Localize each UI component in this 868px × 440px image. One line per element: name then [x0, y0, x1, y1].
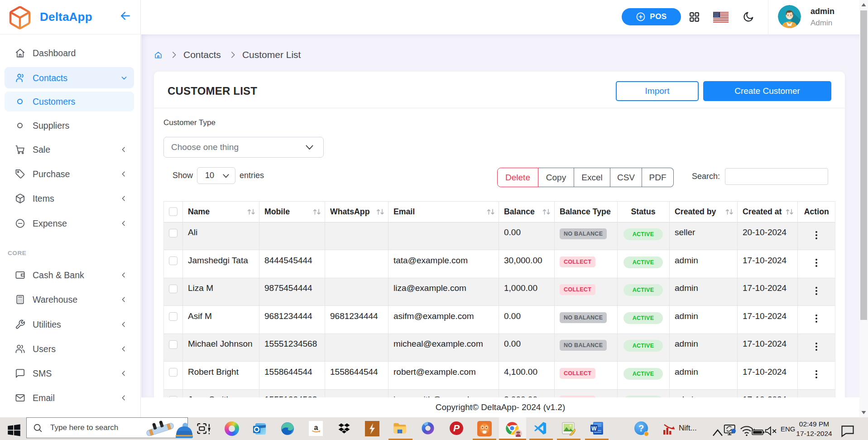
svg-text:a: a — [314, 424, 318, 431]
svg-text:W: W — [591, 425, 597, 432]
